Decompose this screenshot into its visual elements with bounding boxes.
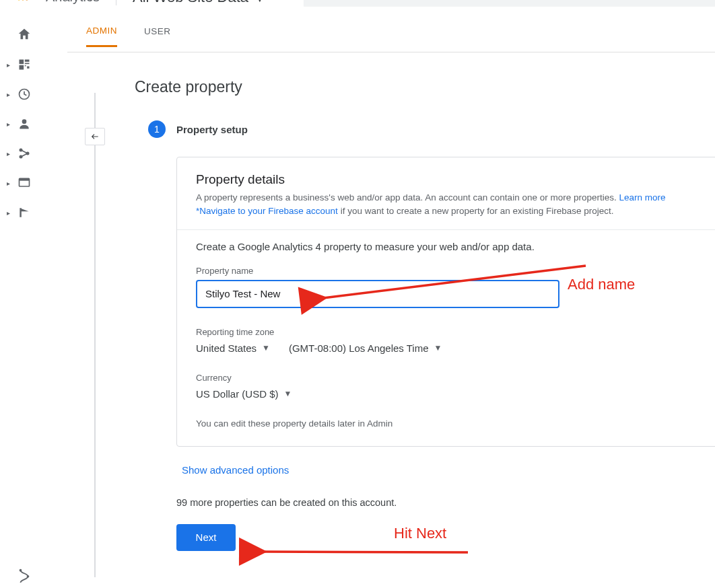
card-description: A property represents a business's web a…	[196, 191, 715, 219]
currency-dropdown[interactable]: US Dollar (USD $) ▼	[196, 388, 715, 400]
svg-rect-6	[20, 65, 24, 70]
expand-caret-icon: ▸	[7, 180, 10, 187]
svg-rect-3	[20, 60, 24, 65]
svg-rect-2	[26, 0, 28, 1]
svg-rect-15	[20, 178, 30, 180]
product-name: Analytics	[46, 0, 100, 5]
caret-down-icon: ▼	[284, 389, 292, 398]
dropdown-value: United States	[196, 342, 257, 354]
nav-acquisition[interactable]: ▸	[0, 147, 48, 160]
svg-rect-0	[18, 0, 20, 1]
svg-rect-1	[22, 0, 24, 1]
arrow-left-icon	[89, 132, 101, 141]
analytics-logo-icon	[16, 0, 30, 6]
svg-rect-8	[25, 65, 26, 67]
step-header: 1 Property setup	[148, 120, 715, 138]
timezone-country-dropdown[interactable]: United States ▼	[196, 342, 270, 354]
admin-tabs: ADMIN USER	[67, 20, 715, 52]
svg-point-17	[27, 575, 30, 578]
nav-home[interactable]	[0, 27, 48, 42]
card-hint: You can edit these property details late…	[196, 418, 715, 429]
property-quota-text: 99 more properties can be created on thi…	[176, 497, 715, 508]
desc-text: A property represents a business's web a…	[196, 192, 619, 203]
nav-behavior[interactable]: ▸	[0, 176, 48, 190]
top-bar: Analytics All Web Site Data ▼	[0, 0, 715, 7]
divider	[177, 229, 715, 230]
card-lead: Create a Google Analytics 4 property to …	[196, 241, 715, 252]
tab-user[interactable]: USER	[144, 26, 171, 46]
expand-caret-icon: ▸	[7, 91, 10, 98]
stepper-line	[94, 93, 96, 577]
expand-caret-icon: ▸	[7, 61, 10, 69]
timezone-label: Reporting time zone	[196, 327, 715, 337]
svg-rect-4	[25, 60, 30, 62]
vertical-divider	[116, 0, 116, 5]
learn-more-link[interactable]: Learn more	[619, 192, 665, 203]
property-name-input[interactable]	[196, 280, 559, 308]
main-content: Create property 1 Property setup Propert…	[67, 52, 715, 588]
view-name: All Web Site Data	[133, 0, 248, 6]
nav-realtime[interactable]: ▸	[0, 87, 48, 101]
svg-point-16	[20, 569, 22, 572]
firebase-link[interactable]: *Navigate to your Firebase account	[196, 206, 338, 216]
caret-down-icon: ▼	[262, 343, 270, 353]
expand-caret-icon: ▸	[7, 209, 10, 217]
svg-point-10	[22, 119, 27, 124]
property-details-card: Property details A property represents a…	[176, 157, 715, 447]
nav-dashboards[interactable]: ▸	[0, 58, 48, 71]
svg-rect-7	[27, 67, 29, 69]
caret-down-icon: ▼	[252, 0, 267, 6]
nav-attribution[interactable]	[0, 568, 48, 583]
expand-caret-icon: ▸	[7, 150, 10, 157]
caret-down-icon: ▼	[434, 343, 442, 353]
card-heading: Property details	[196, 172, 715, 187]
property-name-label: Property name	[196, 266, 715, 276]
left-nav-rail: ▸ ▸ ▸ ▸ ▸ ▸	[0, 7, 48, 588]
page-title: Create property	[135, 78, 715, 96]
nav-conversions[interactable]: ▸	[0, 206, 48, 219]
step-number-badge: 1	[148, 120, 166, 138]
currency-label: Currency	[196, 373, 715, 383]
nav-audience[interactable]: ▸	[0, 117, 48, 131]
expand-caret-icon: ▸	[7, 120, 10, 128]
back-button[interactable]	[85, 128, 105, 145]
step-label: Property setup	[176, 124, 248, 135]
desc-text-2: if you want to create a new property for…	[338, 206, 614, 216]
tab-admin[interactable]: ADMIN	[86, 26, 117, 47]
dropdown-value: (GMT-08:00) Los Angeles Time	[289, 342, 429, 354]
svg-rect-5	[25, 63, 30, 65]
timezone-offset-dropdown[interactable]: (GMT-08:00) Los Angeles Time ▼	[289, 342, 442, 354]
next-button[interactable]: Next	[176, 524, 236, 551]
search-bar[interactable]	[304, 0, 715, 6]
view-selector[interactable]: All Web Site Data ▼	[133, 0, 267, 6]
dropdown-value: US Dollar (USD $)	[196, 388, 279, 400]
show-advanced-link[interactable]: Show advanced options	[182, 464, 715, 476]
